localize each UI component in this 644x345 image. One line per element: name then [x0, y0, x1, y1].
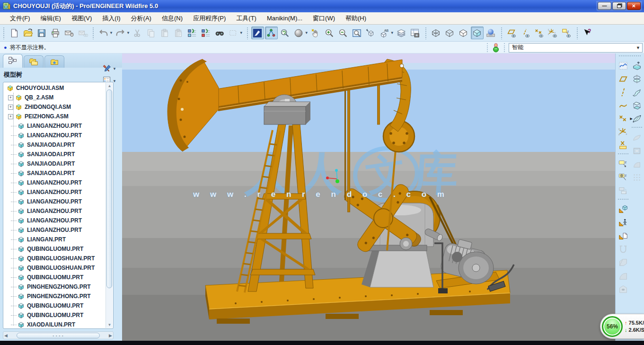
datum-plane-button[interactable]: [617, 73, 629, 85]
datum-csys-button[interactable]: yxz: [617, 126, 629, 138]
datum-csys-toggle-button[interactable]: yxz: [547, 27, 559, 39]
scrollbar-thumb[interactable]: [106, 89, 112, 288]
close-button[interactable]: ✕: [627, 2, 641, 10]
tree-node-qubingluomu-prt[interactable]: QUBINGLUOMU.PRT: [3, 310, 106, 320]
expand-icon[interactable]: +: [8, 105, 13, 110]
datum-axis-button[interactable]: [617, 86, 629, 98]
regenerate-button[interactable]: [186, 27, 199, 39]
expand-icon[interactable]: +: [8, 95, 13, 100]
assemble-component-button[interactable]: [617, 203, 629, 216]
scroll-left-icon[interactable]: ◀: [4, 333, 8, 338]
revolve-tool-button[interactable]: [631, 73, 643, 85]
tree-node-lianganzhou-prt[interactable]: LIANGANZHOU.PRT: [3, 187, 106, 197]
tree-node-pinghengzhong-prt[interactable]: PINGHENGZHONG.PRT: [3, 292, 106, 301]
tree-node-sanjiaodai-prt[interactable]: SANJIAODAI.PRT: [3, 140, 106, 150]
menu-item-5[interactable]: 分析(A): [126, 13, 157, 24]
expand-icon[interactable]: +: [8, 114, 13, 119]
sweep-tool-button[interactable]: [631, 86, 643, 98]
tree-node-qubingluoshuan-prt[interactable]: QUBINGLUOSHUAN.PRT: [3, 263, 106, 273]
datum-axes-toggle-button[interactable]: [519, 27, 532, 39]
datum-curve-button[interactable]: [617, 99, 629, 112]
tree-node-qubingluomu-prt[interactable]: QUBINGLUOMU.PRT: [3, 273, 106, 282]
tree-node-pinghengzhong-prt[interactable]: PINGHENGZHONG.PRT: [3, 282, 106, 292]
scrollbar-thumb[interactable]: ▪ ▪ ▪ ▪: [17, 333, 100, 338]
tree-node-peizhong-asm[interactable]: +PEIZHONG.ASM: [3, 112, 106, 121]
net-speed-overlay[interactable]: 56% ↑ 75.5K/S ↓ 2.6K/S: [600, 314, 644, 339]
wireframe-cube-button[interactable]: [430, 27, 442, 39]
tree-node-lianganzhou-prt[interactable]: LIANGANZHOU.PRT: [3, 225, 106, 235]
annotation-feature-button[interactable]: z: [617, 158, 629, 170]
refit-button[interactable]: [351, 27, 363, 39]
tree-node-liangan-prt[interactable]: LIANGAN.PRT: [3, 235, 106, 244]
view-normal-button[interactable]: [364, 27, 377, 39]
scroll-down-icon[interactable]: ▼: [107, 323, 112, 327]
create-component-button[interactable]: [617, 230, 629, 242]
tree-settings-button[interactable]: ▼: [100, 62, 118, 75]
orient-mode-button[interactable]: [279, 27, 291, 39]
tree-node-lianganzhou-prt[interactable]: LIANGANZHOU.PRT: [3, 178, 106, 187]
tree-node-qb_2-asm[interactable]: +QB_2.ASM: [3, 93, 106, 102]
nohidden-cube-button[interactable]: [457, 27, 470, 39]
chevron-down-icon[interactable]: ▼: [126, 31, 130, 35]
open-file-button[interactable]: [21, 27, 34, 39]
view-manager-button[interactable]: [409, 27, 422, 39]
new-file-button[interactable]: [8, 27, 20, 39]
regenerate-manager-button[interactable]: [200, 27, 212, 39]
chevron-down-icon[interactable]: ▼: [109, 31, 113, 35]
print-button[interactable]: [49, 27, 62, 39]
email-model-button[interactable]: [62, 27, 75, 39]
tree-node-sanjiaodai-prt[interactable]: SANJIAODAI.PRT: [3, 159, 106, 168]
restore-button[interactable]: [612, 2, 626, 10]
assemble-manikin-button[interactable]: [617, 217, 629, 229]
sketch-tool-button[interactable]: [617, 60, 629, 72]
find-button[interactable]: [213, 27, 226, 39]
toolbar-grip[interactable]: [576, 27, 579, 39]
datum-points-toggle-button[interactable]: [533, 27, 546, 39]
tree-horizontal-scrollbar[interactable]: ◀ ▪ ▪ ▪ ▪ ▶: [3, 331, 114, 339]
shaded-cube-button[interactable]: [471, 27, 484, 39]
annotations-toggle-button[interactable]: z: [560, 27, 573, 39]
menu-item-3[interactable]: 视图(V): [66, 13, 97, 24]
favorites-tab[interactable]: [44, 55, 64, 68]
menu-item-9[interactable]: Manikin(M)...: [262, 13, 308, 23]
annotation-review-button[interactable]: z: [617, 171, 629, 184]
menu-item-8[interactable]: 工具(T): [231, 13, 262, 24]
tree-node-xiaodailun-prt[interactable]: XIAODAILUN.PRT: [3, 320, 106, 329]
tree-node-chouyouji-asm[interactable]: CHOUYOUJI.ASM: [3, 83, 106, 93]
zoom-out-button[interactable]: [337, 27, 350, 39]
blend-tool-button[interactable]: [631, 99, 643, 112]
tree-node-lianganzhou-prt[interactable]: LIANGANZHOU.PRT: [3, 121, 106, 131]
hiddenline-cube-button[interactable]: [443, 27, 456, 39]
chevron-down-icon[interactable]: ▼: [239, 31, 243, 35]
toolbar-grip[interactable]: [92, 27, 95, 39]
spin-center-button[interactable]: [265, 27, 278, 39]
toolbar-grip[interactable]: [3, 27, 5, 39]
menu-item-6[interactable]: 信息(N): [157, 13, 188, 24]
tree-node-qubingluoshuan-prt[interactable]: QUBINGLUOSHUAN.PRT: [3, 254, 106, 263]
tree-node-qubingluomu-prt[interactable]: QUBINGLUOMU.PRT: [3, 301, 106, 310]
shade-sphere-button[interactable]: [292, 27, 305, 39]
datum-point-button[interactable]: ▶: [617, 113, 629, 125]
toolbar-grip[interactable]: [501, 27, 503, 39]
enhanced-realism-button[interactable]: [485, 27, 497, 39]
zoom-in-button[interactable]: [323, 27, 336, 39]
tree-node-sanjiaodai-prt[interactable]: SANJIAODAI.PRT: [3, 150, 106, 159]
menu-item-2[interactable]: 编辑(E): [35, 13, 66, 24]
tree-node-lianganzhou-prt[interactable]: LIANGANZHOU.PRT: [3, 216, 106, 225]
menu-item-1[interactable]: 文件(F): [5, 13, 35, 24]
boundary-blend-tool-button[interactable]: [631, 113, 643, 125]
redo-button[interactable]: [114, 27, 127, 39]
pan-hand-button[interactable]: [309, 27, 322, 39]
extrude-tool-button[interactable]: [631, 60, 643, 72]
repaint-button[interactable]: [251, 27, 264, 39]
saved-views-button[interactable]: AB: [378, 27, 391, 39]
datum-target-button[interactable]: [617, 139, 629, 151]
tree-node-lianganzhou-prt[interactable]: LIANGANZHOU.PRT: [3, 131, 106, 140]
tree-node-zhidongqi-asm[interactable]: +ZHIDONGQI.ASM: [3, 102, 106, 112]
chevron-down-icon[interactable]: ▼: [113, 67, 116, 71]
model-tree-tab[interactable]: [3, 54, 23, 68]
folder-browser-tab[interactable]: [24, 55, 44, 68]
toolbar-grip[interactable]: [618, 55, 641, 57]
tree-node-sanjiaodai-prt[interactable]: SANJIAODAI.PRT: [3, 168, 106, 178]
save-file-button[interactable]: [35, 27, 48, 39]
